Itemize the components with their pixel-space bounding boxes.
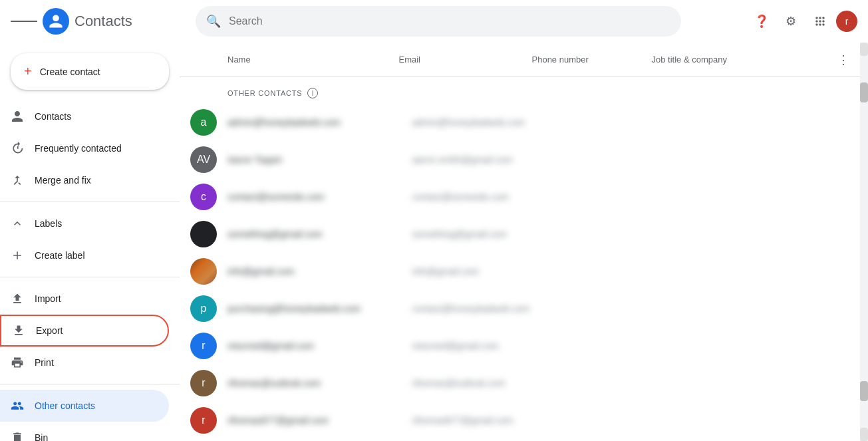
person-icon (11, 110, 24, 123)
merge-label: Merge and fix (35, 175, 91, 186)
contact-info: contact@somesite.com contact@somesite.co… (227, 192, 849, 202)
user-avatar[interactable]: r (836, 11, 857, 32)
topbar-right: ❓ ⚙ r (748, 8, 857, 35)
plus-icon: + (24, 64, 32, 79)
topbar-left: Contacts (11, 8, 190, 35)
contact-row[interactable]: r rthomas@outlook.com rthomas@outlook.co… (180, 365, 860, 402)
contact-name: returned@gmail.com (227, 341, 412, 351)
avatar: a (190, 109, 217, 136)
contact-email: info@gmail.com (412, 266, 545, 277)
create-contact-label: Create contact (40, 67, 100, 77)
contact-row[interactable]: AV Aaron Toppin aaron.smith@gmail.com (180, 141, 860, 178)
contact-name: info@gmail.com (227, 266, 412, 277)
avatar: r (190, 370, 217, 396)
contact-row[interactable]: c contact@somesite.com contact@somesite.… (180, 178, 860, 216)
contact-email: admin@honeybadweb.com (412, 117, 545, 128)
contact-info: info@gmail.com info@gmail.com (227, 266, 849, 277)
contact-row[interactable]: something@gmail.com something@gmail.com (180, 216, 860, 253)
section-label-text: OTHER CONTACTS (227, 89, 302, 97)
contact-email: contact@somesite.com (412, 192, 545, 202)
contact-row[interactable]: p purchasing@honeybadweb.com contact@hon… (180, 290, 860, 327)
contact-row[interactable]: a admin@honeybadweb.com admin@honeybadwe… (180, 104, 860, 141)
content-area: Name Email Phone number Job title & comp… (180, 43, 860, 441)
more-options-icon[interactable]: ⋮ (837, 53, 849, 67)
create-contact-button[interactable]: + Create contact (11, 53, 169, 90)
sidebar-item-create-label[interactable]: Create label (0, 239, 169, 271)
labels-label: Labels (35, 218, 62, 229)
other-contacts-icon (11, 399, 24, 412)
contact-info: returned@gmail.com returned@gmail.com (227, 341, 849, 351)
sidebar-item-frequently[interactable]: Frequently contacted (0, 132, 169, 164)
menu-button[interactable] (11, 8, 37, 35)
avatar: r (190, 333, 217, 359)
history-icon (11, 142, 24, 155)
col-phone-header: Phone number (532, 55, 652, 65)
settings-button[interactable]: ⚙ (778, 8, 804, 35)
main-layout: + Create contact Contacts Frequently con… (0, 43, 868, 441)
contact-email: rthomas877@gmail.com (412, 415, 545, 426)
export-label: Export (36, 325, 63, 336)
contact-info: admin@honeybadweb.com admin@honeybadweb.… (227, 117, 849, 128)
sidebar-item-other-contacts[interactable]: Other contacts (0, 390, 169, 422)
section-label-other-contacts: OTHER CONTACTS i (180, 77, 860, 104)
contact-name: rthomas877@gmail.com (227, 415, 412, 426)
divider-3 (0, 384, 180, 384)
search-bar[interactable]: 🔍 (196, 6, 681, 37)
search-input[interactable] (229, 15, 670, 27)
contact-info: something@gmail.com something@gmail.com (227, 229, 849, 239)
contact-email: something@gmail.com (412, 229, 545, 239)
column-headers: Name Email Phone number Job title & comp… (180, 43, 860, 77)
import-label: Import (35, 293, 61, 304)
search-icon: 🔍 (206, 14, 221, 29)
contact-info: rthomas877@gmail.com rthomas877@gmail.co… (227, 415, 849, 426)
contact-row[interactable]: r rthomas877@gmail.com rthomas877@gmail.… (180, 402, 860, 439)
bin-icon (11, 431, 24, 441)
sidebar-item-bin[interactable]: Bin (0, 422, 169, 441)
app-icon (43, 8, 69, 35)
add-icon (11, 249, 24, 262)
contact-name: something@gmail.com (227, 229, 412, 239)
sidebar-item-export[interactable]: Export (0, 315, 169, 347)
contact-row[interactable]: info@gmail.com info@gmail.com (180, 253, 860, 290)
help-button[interactable]: ❓ (748, 8, 775, 35)
contact-email: aaron.smith@gmail.com (412, 154, 545, 165)
avatar: AV (190, 146, 217, 173)
contact-info: Aaron Toppin aaron.smith@gmail.com (227, 154, 849, 165)
bin-label: Bin (35, 432, 48, 441)
merge-icon (11, 174, 24, 187)
apps-button[interactable] (807, 8, 833, 35)
divider-1 (0, 202, 180, 202)
import-icon (11, 292, 24, 305)
sidebar-item-import[interactable]: Import (0, 283, 169, 315)
contacts-label: Contacts (35, 111, 71, 122)
labels-section[interactable]: Labels (0, 208, 180, 239)
contact-info: purchasing@honeybadweb.com contact@honey… (227, 303, 849, 314)
avatar: r (190, 407, 217, 434)
create-label-label: Create label (35, 250, 85, 261)
app-title: Contacts (74, 13, 132, 30)
contact-row[interactable]: r returned@gmail.com returned@gmail.com (180, 327, 860, 365)
avatar (190, 258, 217, 285)
frequently-label: Frequently contacted (35, 143, 122, 154)
sidebar-item-print[interactable]: Print (0, 347, 169, 378)
contact-name: contact@somesite.com (227, 192, 412, 202)
scrollbar[interactable] (860, 43, 868, 441)
avatar: c (190, 184, 217, 210)
sidebar-item-contacts[interactable]: Contacts (0, 100, 169, 132)
avatar (190, 221, 217, 247)
contact-name: Aaron Toppin (227, 154, 412, 165)
export-icon (12, 324, 25, 337)
contact-name: rthomas@outlook.com (227, 378, 412, 388)
other-contacts-label: Other contacts (35, 400, 95, 411)
topbar: Contacts 🔍 ❓ ⚙ r (0, 0, 868, 43)
col-name-header: Name (227, 55, 399, 65)
contact-list: OTHER CONTACTS i a admin@honeybadweb.com… (180, 77, 860, 441)
print-icon (11, 356, 24, 369)
contact-email: rthomas@outlook.com (412, 378, 545, 388)
sidebar-item-merge[interactable]: Merge and fix (0, 164, 169, 196)
avatar: p (190, 295, 217, 322)
col-more-header: ⋮ (823, 53, 849, 67)
print-label: Print (35, 357, 54, 368)
contact-email: returned@gmail.com (412, 341, 545, 351)
info-icon[interactable]: i (307, 88, 318, 98)
